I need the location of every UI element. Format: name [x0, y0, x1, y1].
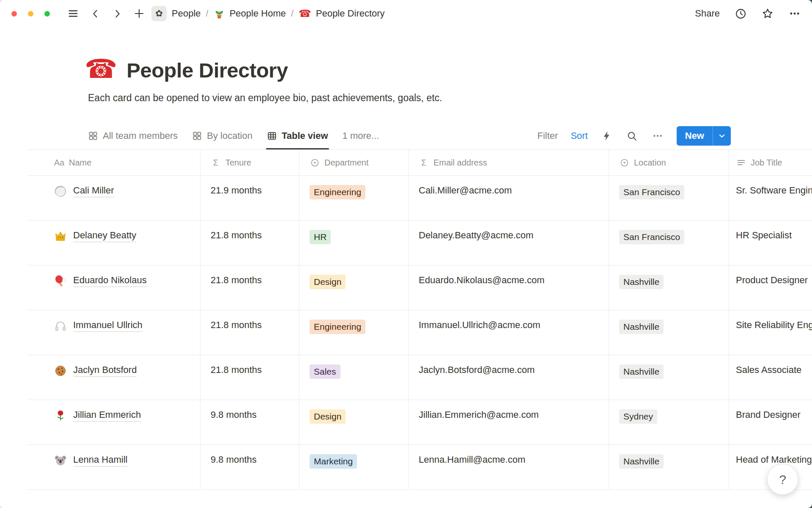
cell-name[interactable]: Cali Miller — [27, 176, 200, 220]
plus-icon — [134, 8, 145, 19]
new-page-button[interactable] — [133, 7, 145, 20]
cell-job-title[interactable]: Brand Designer — [729, 400, 812, 444]
cell-location[interactable]: Sydney — [609, 400, 729, 444]
column-header-label: Location — [634, 158, 666, 168]
new-button[interactable]: New — [677, 126, 713, 146]
cell-tenure[interactable]: 21.8 months — [200, 265, 299, 310]
page-icon-telephone[interactable]: ☎ — [85, 56, 117, 82]
help-button[interactable]: ? — [767, 464, 798, 495]
search-button[interactable] — [626, 130, 639, 142]
column-header-email-address[interactable]: ΣEmail address — [409, 150, 609, 175]
cell-name[interactable]: Jaclyn Botsford — [27, 355, 200, 400]
person-name-link[interactable]: Immanuel Ullrich — [73, 320, 143, 332]
view-options-button[interactable] — [651, 130, 664, 142]
cell-location[interactable]: Nashville — [609, 310, 729, 355]
cell-tenure[interactable]: 9.8 months — [200, 400, 299, 444]
cell-location[interactable]: San Francisco — [609, 176, 729, 220]
automations-button[interactable] — [601, 130, 613, 142]
cell-tenure[interactable]: 21.9 months — [200, 176, 299, 220]
tab-by-location[interactable]: By location — [192, 122, 252, 149]
cell-location[interactable]: Nashville — [609, 445, 729, 489]
person-name-link[interactable]: Delaney Beatty — [73, 230, 136, 242]
workspace-flower-icon[interactable]: ✿ — [151, 6, 167, 21]
sort-button[interactable]: Sort — [571, 130, 587, 141]
column-header-tenure[interactable]: ΣTenure — [200, 150, 299, 175]
cell-location[interactable]: Nashville — [609, 355, 729, 400]
cell-department[interactable]: Sales — [299, 355, 409, 400]
koala-emoji — [54, 454, 67, 467]
cell-job-title[interactable]: Site Reliability Engineer — [729, 310, 812, 355]
location-tag: Nashville — [619, 454, 664, 469]
person-name-link[interactable]: Jaclyn Botsford — [73, 364, 137, 377]
new-dropdown-button[interactable] — [713, 126, 731, 146]
cell-email[interactable]: Jaclyn.Botsford@acme.com — [409, 355, 609, 400]
cell-tenure[interactable]: 21.8 months — [200, 355, 299, 400]
column-header-label: Job Title — [751, 158, 782, 168]
cell-job-title[interactable]: Product Designer — [729, 265, 812, 310]
cell-name[interactable]: Delaney Beatty — [27, 221, 200, 265]
column-header-department[interactable]: Department — [299, 150, 409, 175]
cell-location[interactable]: Nashville — [609, 265, 729, 310]
column-header-label: Email address — [433, 158, 487, 168]
zoom-button[interactable] — [44, 11, 50, 17]
cell-department[interactable]: Design — [299, 400, 409, 444]
share-button[interactable]: Share — [695, 8, 720, 19]
cell-name[interactable]: Jillian Emmerich — [27, 400, 200, 444]
tab-all-team-members[interactable]: All team members — [88, 122, 178, 149]
views-toolbar: All team membersBy locationTable view 1 … — [0, 122, 812, 149]
page-title: People Directory — [126, 58, 288, 82]
close-button[interactable] — [11, 11, 17, 17]
rose-emoji — [54, 409, 67, 422]
cell-location[interactable]: San Francisco — [609, 221, 729, 265]
cell-department[interactable]: Engineering — [299, 176, 409, 220]
cell-department[interactable]: Marketing — [299, 445, 409, 489]
ellipsis-icon — [789, 8, 801, 19]
person-name-link[interactable]: Lenna Hamill — [73, 454, 127, 467]
cell-job-title[interactable]: HR Specialist — [729, 221, 812, 265]
cell-job-title[interactable]: Sr. Software Engineer — [729, 176, 812, 220]
cell-name[interactable]: Eduardo Nikolaus — [27, 265, 200, 310]
filter-button[interactable]: Filter — [538, 130, 558, 141]
cell-department[interactable]: HR — [299, 221, 409, 265]
tab-table-view[interactable]: Table view — [267, 122, 328, 149]
person-name-link[interactable]: Eduardo Nikolaus — [73, 275, 147, 287]
person-name-link[interactable]: Cali Miller — [73, 185, 114, 197]
column-header-label: Name — [69, 158, 91, 168]
column-header-name[interactable]: AaName — [27, 150, 200, 175]
cell-tenure[interactable]: 21.8 months — [200, 310, 299, 355]
table-header-row: AaNameΣTenureDepartmentΣEmail addressLoc… — [27, 150, 812, 176]
cell-job-title[interactable]: Sales Associate — [729, 355, 812, 400]
cell-department[interactable]: Engineering — [299, 310, 409, 355]
more-views-button[interactable]: 1 more... — [343, 130, 379, 141]
page-more-button[interactable] — [788, 7, 801, 20]
cell-email[interactable]: Immanuel.Ullrich@acme.com — [409, 310, 609, 355]
cell-email[interactable]: Eduardo.Nikolaus@acme.com — [409, 265, 609, 310]
back-button[interactable] — [89, 7, 102, 20]
rollup-icon — [310, 158, 320, 168]
updates-button[interactable] — [734, 7, 747, 20]
breadcrumb-item[interactable]: People — [172, 8, 201, 19]
sidebar-menu-button[interactable] — [67, 7, 80, 20]
forward-button[interactable] — [111, 7, 123, 20]
cell-email[interactable]: Delaney.Beatty@acme.com — [409, 221, 609, 265]
cell-tenure[interactable]: 9.8 months — [200, 445, 299, 489]
minimize-button[interactable] — [28, 11, 33, 17]
chevron-right-icon — [112, 8, 123, 19]
cell-tenure[interactable]: 21.8 months — [200, 221, 299, 265]
cell-email[interactable]: Lenna.Hamill@acme.com — [409, 445, 609, 489]
column-header-job-title[interactable]: Job Title — [729, 150, 812, 175]
cell-email[interactable]: Cali.Miller@acme.com — [409, 176, 609, 220]
cell-department[interactable]: Design — [299, 265, 409, 310]
breadcrumb-item[interactable]: ☎People Directory — [299, 8, 385, 19]
cell-name[interactable]: Lenna Hamill — [27, 445, 200, 489]
cell-name[interactable]: Immanuel Ullrich — [27, 310, 200, 355]
person-name-link[interactable]: Jillian Emmerich — [73, 409, 141, 422]
breadcrumb-item[interactable]: People Home — [214, 8, 286, 19]
favorite-button[interactable] — [761, 7, 774, 20]
table-row: Delaney Beatty21.8 monthsHRDelaney.Beatt… — [27, 221, 812, 265]
traffic-lights — [11, 11, 50, 17]
breadcrumb-separator: / — [206, 8, 208, 19]
column-header-location[interactable]: Location — [609, 150, 729, 175]
chevron-down-icon — [717, 131, 727, 141]
cell-email[interactable]: Jillian.Emmerich@acme.com — [409, 400, 609, 444]
